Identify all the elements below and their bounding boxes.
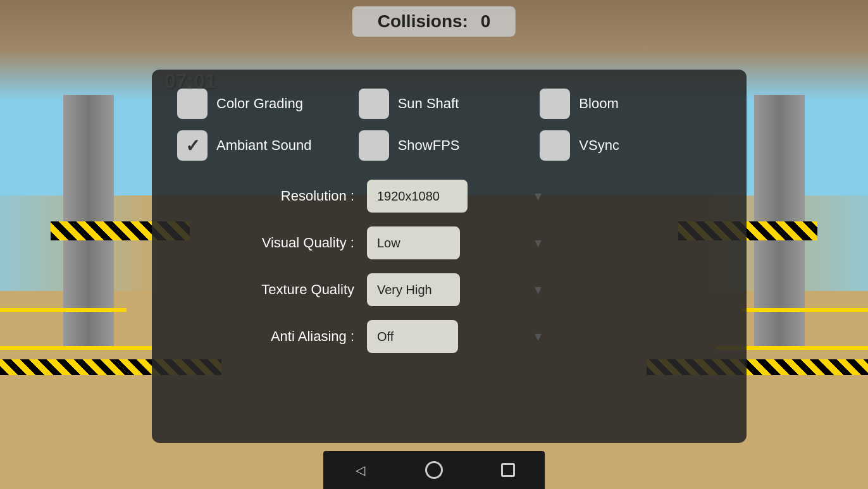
android-nav-bar: ◁ bbox=[323, 451, 545, 489]
nav-recent-icon bbox=[501, 463, 515, 477]
collisions-hud: Collisions: 0 bbox=[352, 6, 516, 37]
dropdown-row-resolution: Resolution : 1280x720 1920x1080 2560x144… bbox=[177, 180, 721, 213]
collisions-label: Collisions: bbox=[378, 11, 468, 31]
checkbox-item-ambiant-sound: Ambiant Sound bbox=[177, 130, 359, 161]
dropdown-row-visual-quality: Visual Quality : Low Medium High Very Hi… bbox=[177, 226, 721, 259]
resolution-dropdown-wrapper: 1280x720 1920x1080 2560x1440 3840x2160 bbox=[367, 180, 550, 213]
anti-aliasing-dropdown-wrapper: Off 2x MSAA 4x MSAA 8x MSAA bbox=[367, 320, 550, 353]
checkbox-label-bloom: Bloom bbox=[579, 96, 618, 112]
checkbox-sun-shaft[interactable] bbox=[359, 89, 389, 119]
floor-line-right-2 bbox=[741, 308, 868, 312]
dropdowns-section: Resolution : 1280x720 1920x1080 2560x144… bbox=[177, 180, 721, 353]
checkbox-label-ambiant-sound: Ambiant Sound bbox=[216, 137, 311, 154]
checkbox-row-1: Color Grading Sun Shaft Bloom bbox=[177, 89, 721, 119]
resolution-select[interactable]: 1280x720 1920x1080 2560x1440 3840x2160 bbox=[367, 180, 468, 213]
visual-quality-label: Visual Quality : bbox=[177, 235, 354, 251]
texture-quality-label: Texture Quality bbox=[177, 282, 354, 298]
checkbox-ambiant-sound[interactable] bbox=[177, 130, 208, 161]
anti-aliasing-select[interactable]: Off 2x MSAA 4x MSAA 8x MSAA bbox=[367, 320, 458, 353]
checkbox-item-showfps: ShowFPS bbox=[359, 130, 540, 161]
checkboxes-section: Color Grading Sun Shaft Bloom Ambiant So… bbox=[177, 89, 721, 161]
floor-line-left-1 bbox=[0, 346, 152, 350]
visual-quality-select[interactable]: Low Medium High Very High bbox=[367, 226, 460, 259]
nav-recent-button[interactable] bbox=[492, 454, 524, 486]
checkbox-showfps[interactable] bbox=[359, 130, 389, 161]
checkbox-row-2: Ambiant Sound ShowFPS VSync bbox=[177, 130, 721, 161]
resolution-label: Resolution : bbox=[177, 188, 354, 204]
nav-home-icon bbox=[425, 461, 443, 479]
dropdown-row-anti-aliasing: Anti Aliasing : Off 2x MSAA 4x MSAA 8x M… bbox=[177, 320, 721, 353]
anti-aliasing-label: Anti Aliasing : bbox=[177, 328, 354, 345]
checkbox-label-vsync: VSync bbox=[579, 137, 619, 154]
checkbox-label-color-grading: Color Grading bbox=[216, 96, 303, 112]
texture-quality-dropdown-wrapper: Low Medium High Very High bbox=[367, 273, 550, 306]
nav-back-button[interactable]: ◁ bbox=[344, 454, 376, 486]
checkbox-label-showfps: ShowFPS bbox=[398, 137, 460, 154]
checkbox-item-color-grading: Color Grading bbox=[177, 89, 359, 119]
checkbox-color-grading[interactable] bbox=[177, 89, 208, 119]
checkbox-item-bloom: Bloom bbox=[540, 89, 721, 119]
checkbox-label-sun-shaft: Sun Shaft bbox=[398, 96, 459, 112]
nav-home-button[interactable] bbox=[418, 454, 450, 486]
checkbox-item-sun-shaft: Sun Shaft bbox=[359, 89, 540, 119]
settings-panel: Color Grading Sun Shaft Bloom Ambiant So… bbox=[152, 70, 747, 443]
dropdown-row-texture-quality: Texture Quality Low Medium High Very Hig… bbox=[177, 273, 721, 306]
checkbox-bloom[interactable] bbox=[540, 89, 570, 119]
checkbox-item-vsync: VSync bbox=[540, 130, 721, 161]
floor-line-left-2 bbox=[0, 308, 127, 312]
texture-quality-select[interactable]: Low Medium High Very High bbox=[367, 273, 460, 306]
checkbox-vsync[interactable] bbox=[540, 130, 570, 161]
visual-quality-dropdown-wrapper: Low Medium High Very High bbox=[367, 226, 550, 259]
collisions-value: 0 bbox=[481, 11, 491, 31]
